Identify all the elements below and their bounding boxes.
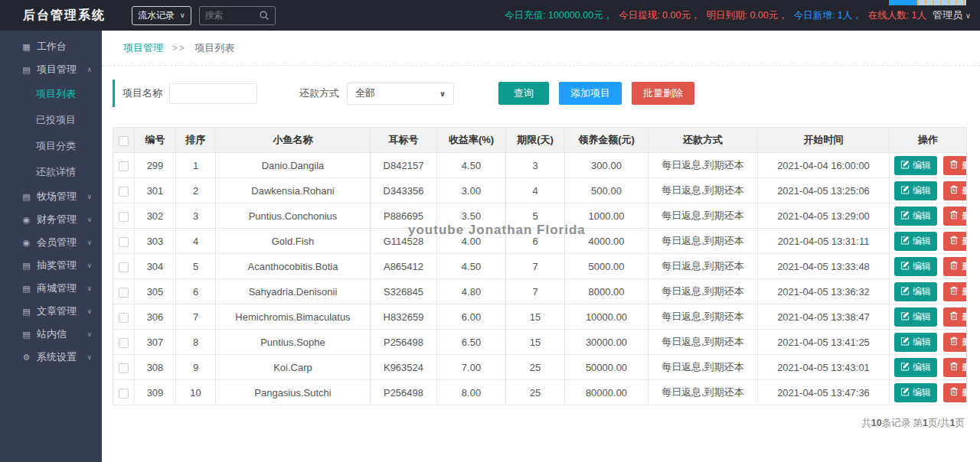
row-actions: 编辑删除: [890, 304, 967, 330]
sidebar-item-label: 文章管理: [37, 304, 87, 318]
sidebar-subitem-项目分类[interactable]: 项目分类: [0, 133, 102, 159]
fish-name: Gold.Fish: [216, 229, 371, 254]
workbench-icon: ▦: [21, 42, 32, 52]
delete-button[interactable]: 删除: [943, 156, 967, 175]
edit-button[interactable]: 编辑: [894, 358, 937, 377]
repay-method-select[interactable]: 全部 ∨: [347, 83, 454, 105]
delete-button[interactable]: 删除: [943, 181, 967, 200]
start-time: 2021-04-05 13:29:00: [758, 203, 890, 229]
row-sort: 6: [176, 279, 216, 304]
edit-button[interactable]: 编辑: [894, 282, 937, 301]
row-no: 308: [135, 355, 176, 380]
row-sort: 5: [176, 254, 216, 279]
term-days: 25: [506, 380, 565, 405]
delete-button[interactable]: 删除: [943, 257, 967, 276]
delete-button-label: 删除: [962, 159, 967, 172]
ear-tag: P256498: [371, 380, 437, 405]
edit-button[interactable]: 编辑: [894, 156, 937, 175]
search-input[interactable]: [205, 10, 259, 21]
row-sort: 7: [176, 304, 216, 330]
sidebar-item-项目管理[interactable]: ▤项目管理∧: [0, 58, 102, 81]
delete-button[interactable]: 删除: [943, 333, 967, 352]
sidebar-item-系统设置[interactable]: ⚙系统设置∨: [0, 346, 102, 369]
row-checkbox[interactable]: [119, 161, 129, 171]
row-checkbox[interactable]: [119, 389, 129, 399]
delete-button[interactable]: 删除: [943, 307, 967, 327]
edit-button[interactable]: 编辑: [894, 307, 937, 327]
edit-button-label: 编辑: [913, 260, 931, 273]
sidebar-item-牧场管理[interactable]: ▤牧场管理∨: [0, 185, 102, 208]
sidebar-item-站内信[interactable]: ▤站内信∨: [0, 323, 102, 346]
repay-method: 每日返息,到期还本: [648, 330, 758, 355]
row-select-cell: [113, 330, 135, 355]
header-stat: 在线人数: 1人: [868, 9, 926, 22]
row-select-cell: [113, 178, 135, 203]
adopt-amount: 500.00: [565, 178, 648, 203]
delete-button[interactable]: 删除: [943, 282, 967, 301]
row-no: 305: [135, 279, 176, 304]
fish-name: Danio.Dangila: [216, 153, 371, 178]
ear-tag: D343356: [371, 178, 437, 203]
row-checkbox[interactable]: [119, 262, 129, 272]
sidebar-subitem-还款详情[interactable]: 还款详情: [0, 159, 102, 185]
select-all-checkbox[interactable]: [119, 136, 129, 146]
delete-button[interactable]: 删除: [943, 232, 967, 251]
rate: 4.80: [437, 279, 506, 304]
edit-button[interactable]: 编辑: [894, 383, 937, 402]
sidebar-item-抽奖管理[interactable]: ▤抽奖管理∨: [0, 254, 102, 277]
edit-button[interactable]: 编辑: [894, 181, 937, 200]
start-time: 2021-04-05 13:36:32: [758, 279, 890, 304]
row-checkbox[interactable]: [119, 313, 129, 323]
delete-button[interactable]: 删除: [943, 207, 967, 226]
start-time: 2021-04-05 13:41:25: [758, 330, 890, 355]
row-checkbox[interactable]: [119, 187, 129, 197]
column-header: 耳标号: [371, 128, 437, 153]
sidebar-item-文章管理[interactable]: ▤文章管理∨: [0, 300, 102, 323]
row-checkbox[interactable]: [119, 237, 129, 247]
fish-name: Dawkensia.Rohani: [216, 178, 371, 203]
breadcrumb-section[interactable]: 项目管理: [123, 42, 163, 54]
row-checkbox[interactable]: [119, 212, 129, 222]
column-header: 期限(天): [506, 128, 565, 153]
batch-delete-button[interactable]: 批量删除: [632, 82, 694, 105]
chevron-down-icon: ∨: [87, 193, 92, 200]
row-sort: 8: [176, 330, 216, 355]
select-all-header-cell: [113, 128, 135, 153]
edit-button[interactable]: 编辑: [894, 232, 937, 251]
header-search-box[interactable]: [199, 6, 276, 25]
row-no: 304: [135, 254, 176, 279]
chevron-down-icon: ∨: [180, 11, 185, 19]
rate: 6.00: [437, 304, 506, 330]
add-project-button[interactable]: 添加项目: [559, 82, 622, 105]
trash-icon: [949, 185, 959, 197]
delete-button[interactable]: 删除: [943, 383, 967, 402]
term-days: 3: [506, 153, 565, 178]
edit-button[interactable]: 编辑: [894, 257, 937, 276]
sidebar-subitem-已投项目[interactable]: 已投项目: [0, 107, 102, 133]
row-checkbox[interactable]: [119, 288, 129, 298]
row-select-cell: [113, 203, 135, 229]
sidebar-item-会员管理[interactable]: ◉会员管理∨: [0, 231, 102, 254]
table-row: 3034Gold.FishG1145284.0064000.00每日返息,到期还…: [113, 229, 967, 254]
chevron-down-icon: ∨: [87, 353, 92, 361]
row-checkbox[interactable]: [119, 363, 129, 373]
query-button[interactable]: 查询: [498, 82, 549, 105]
rate: 4.50: [437, 254, 506, 279]
term-days: 15: [506, 304, 565, 330]
delete-button[interactable]: 删除: [943, 358, 967, 377]
column-header: 开始时间: [758, 128, 890, 153]
edit-button[interactable]: 编辑: [894, 207, 937, 226]
delete-button-label: 删除: [962, 235, 967, 248]
sidebar-item-财务管理[interactable]: ◉财务管理∨: [0, 208, 102, 231]
sidebar-item-商城管理[interactable]: ▤商城管理∨: [0, 277, 102, 300]
delete-button-label: 删除: [962, 386, 967, 399]
sidebar-item-工作台[interactable]: ▦工作台: [0, 35, 102, 58]
sidebar-item-label: 工作台: [37, 40, 92, 54]
sidebar-subitem-项目列表[interactable]: 项目列表: [0, 81, 102, 107]
project-name-input[interactable]: [169, 83, 257, 104]
admin-menu[interactable]: 管理员 ∨: [933, 8, 971, 22]
edit-button[interactable]: 编辑: [894, 333, 937, 352]
record-type-select[interactable]: 流水记录 ∨: [132, 6, 191, 25]
row-checkbox[interactable]: [119, 338, 129, 348]
ear-tag: K963524: [371, 355, 437, 380]
